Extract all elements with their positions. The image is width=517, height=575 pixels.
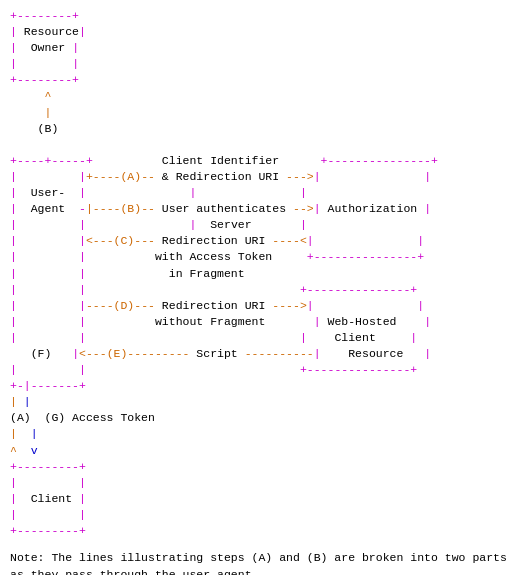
- note-section: Note: The lines illustrating steps (A) a…: [10, 549, 507, 575]
- diagram: +--------+ | Resource| | Owner | | | +--…: [10, 8, 507, 539]
- note-text: Note: The lines illustrating steps (A) a…: [10, 551, 507, 575]
